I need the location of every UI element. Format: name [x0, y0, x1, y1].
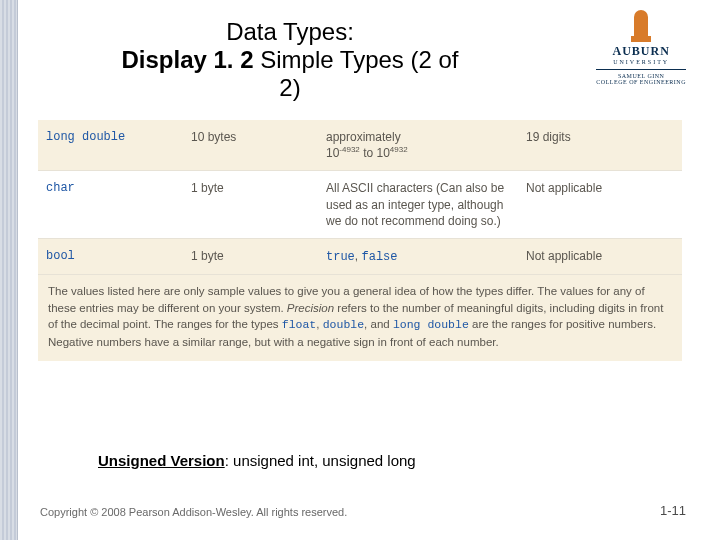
type-keyword: char: [38, 171, 183, 205]
table-footnote: The values listed here are only sample v…: [38, 274, 682, 361]
logo-university-name: AUBURN: [596, 44, 686, 59]
memory-cell: 10 bytes: [183, 120, 318, 154]
logo-separator: [596, 69, 686, 70]
memory-cell: 1 byte: [183, 171, 318, 205]
types-table: long double10 bytesapproximately10-4932 …: [38, 120, 682, 361]
title-line2: Display 1. 2 Simple Types (2 of 2): [120, 46, 460, 102]
slide-title: Data Types: Display 1. 2 Simple Types (2…: [120, 18, 460, 102]
title-line1: Data Types:: [120, 18, 460, 46]
precision-cell: Not applicable: [518, 171, 678, 205]
title-rest: Simple Types (2 of 2): [254, 46, 459, 101]
range-cell: approximately10-4932 to 104932: [318, 120, 518, 170]
title-bold: Display 1. 2: [121, 46, 253, 73]
tower-icon: [634, 10, 648, 38]
type-keyword: long double: [38, 120, 183, 154]
unsigned-note: Unsigned Version: unsigned int, unsigned…: [98, 452, 416, 469]
memory-cell: 1 byte: [183, 239, 318, 273]
unsigned-rest: : unsigned int, unsigned long: [225, 452, 416, 469]
precision-cell: Not applicable: [518, 239, 678, 273]
range-cell: true, false: [318, 239, 518, 274]
precision-cell: 19 digits: [518, 120, 678, 154]
copyright-text: Copyright © 2008 Pearson Addison-Wesley.…: [40, 506, 347, 518]
table-row: bool1 bytetrue, falseNot applicable: [38, 238, 682, 274]
table-row: char1 byteAll ASCII characters (Can also…: [38, 170, 682, 238]
type-keyword: bool: [38, 239, 183, 273]
logo-university-sub: UNIVERSITY: [596, 59, 686, 65]
unsigned-label: Unsigned Version: [98, 452, 225, 469]
table-row: long double10 bytesapproximately10-4932 …: [38, 120, 682, 170]
auburn-logo: AUBURN UNIVERSITY SAMUEL GINN COLLEGE OF…: [596, 10, 686, 85]
left-side-bar: [0, 0, 18, 540]
range-cell: All ASCII characters (Can also be used a…: [318, 171, 518, 238]
logo-college-2: COLLEGE OF ENGINEERING: [596, 79, 686, 85]
page-number: 1-11: [660, 503, 686, 518]
